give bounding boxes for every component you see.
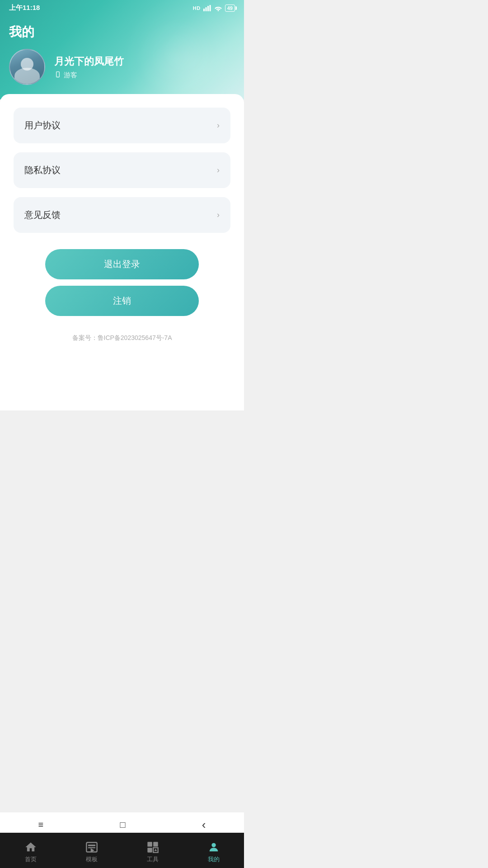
action-buttons: 退出登录 注销 bbox=[14, 249, 230, 316]
menu-item-feedback-label: 意见反馈 bbox=[24, 209, 61, 221]
svg-point-5 bbox=[57, 76, 58, 77]
status-bar: 上午11:18 HD 49 bbox=[0, 0, 244, 15]
menu-item-user-agreement-label: 用户协议 bbox=[24, 119, 61, 132]
svg-rect-2 bbox=[207, 6, 209, 11]
wifi-icon bbox=[214, 5, 222, 11]
profile-info: 月光下的凤尾竹 游客 bbox=[54, 55, 235, 80]
menu-item-privacy-label: 隐私协议 bbox=[24, 164, 61, 176]
main-content: 用户协议 › 隐私协议 › 意见反馈 › 退出登录 注销 备案号：鲁ICP备20… bbox=[0, 94, 244, 410]
hd-icon: HD bbox=[193, 5, 201, 11]
chevron-right-icon-feedback: › bbox=[217, 210, 220, 220]
avatar bbox=[9, 49, 45, 85]
cancel-button[interactable]: 注销 bbox=[45, 286, 199, 316]
svg-rect-1 bbox=[205, 7, 206, 11]
phone-icon bbox=[54, 71, 61, 79]
icp-footer: 备案号：鲁ICP备2023025647号-7A bbox=[14, 334, 230, 342]
profile-role: 游客 bbox=[54, 71, 235, 80]
profile-name: 月光下的凤尾竹 bbox=[54, 55, 235, 68]
hero-profile: 月光下的凤尾竹 游客 bbox=[0, 41, 244, 85]
menu-item-feedback[interactable]: 意见反馈 › bbox=[14, 197, 230, 233]
chevron-right-icon-agreement: › bbox=[217, 121, 220, 130]
chevron-right-icon-privacy: › bbox=[217, 165, 220, 175]
status-icons: HD 49 bbox=[193, 5, 235, 12]
battery-indicator: 49 bbox=[225, 5, 235, 12]
logout-button[interactable]: 退出登录 bbox=[45, 249, 199, 279]
svg-rect-3 bbox=[209, 5, 211, 11]
status-time: 上午11:18 bbox=[9, 4, 40, 12]
menu-item-privacy-policy[interactable]: 隐私协议 › bbox=[14, 152, 230, 188]
hero-section: 我的 月光下的凤尾竹 游客 bbox=[0, 0, 244, 99]
menu-item-user-agreement[interactable]: 用户协议 › bbox=[14, 108, 230, 143]
signal-icon bbox=[203, 5, 211, 11]
svg-rect-0 bbox=[203, 9, 205, 11]
